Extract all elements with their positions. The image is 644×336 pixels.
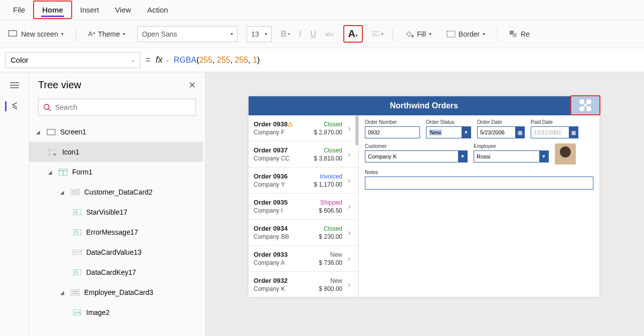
font-size-value: 13 [251,30,259,38]
datacard-icon [70,289,80,295]
new-screen-label: New screen [21,30,58,38]
value-customer: Company K [368,153,396,159]
menu-action[interactable]: Action [139,2,176,18]
collapse-icon[interactable]: ◢ [60,290,66,295]
order-list-item[interactable]: Order 0935Company IShipped$ 606.50› [249,194,358,220]
svg-point-29 [76,252,77,253]
underline-button[interactable]: U [310,30,316,39]
chevron-right-icon: › [345,254,353,263]
align-button[interactable]: ▾ [372,31,383,38]
order-amount: $ 1,170.00 [314,181,342,188]
svg-rect-31 [71,289,80,295]
theme-icon: Aᵃ [88,30,95,38]
order-list-item[interactable]: Order 0932Company KNew$ 800.00› [249,272,358,297]
chevron-down-icon: ▾ [265,31,267,37]
order-status: New [319,277,342,284]
chevron-down-icon: ▾ [123,31,125,37]
svg-rect-6 [447,31,455,37]
search-input[interactable] [55,103,190,111]
input-paid-date[interactable]: 12/31/2001▦ [531,126,578,138]
close-icon[interactable]: ✕ [188,80,196,91]
tree-body: ◢ Screen1 ♡♡+⟳ Icon1 ◢ Form1 ◢ Customer_… [29,122,205,336]
order-list-item[interactable]: Order 0936Company YInvoiced$ 1,170.00› [249,167,358,194]
tree-node-image2[interactable]: Image2 [29,302,203,322]
paint-bucket-icon [405,30,414,38]
font-family-select[interactable]: Open Sans ▾ [137,26,238,42]
font-family-value: Open Sans [142,30,177,38]
font-color-button[interactable]: A▾ [343,25,363,43]
reorder-label: Re [521,30,530,38]
collapse-icon[interactable]: ◢ [48,170,54,175]
screen-icon [46,129,56,135]
tree-label: Employee_DataCard3 [84,288,153,296]
tree-node-datacardvalue[interactable]: DataCardValue13 [29,242,203,262]
order-list-item[interactable]: Order 0938⚠Company FClosed$ 2,870.00› [249,115,358,141]
label-icon [72,209,82,215]
employee-avatar [555,143,576,164]
theme-button[interactable]: Aᵃ Theme ▾ [85,28,128,40]
formula-input[interactable]: RGBA(255, 255, 255, 1) [174,55,260,65]
order-amount: $ 2,870.00 [314,129,342,136]
rail-hamburger[interactable] [9,80,21,90]
new-screen-button[interactable]: + New screen ▾ [5,28,67,40]
order-list-item[interactable]: Order 0934Company BBClosed$ 230.00› [249,220,358,246]
strike-button[interactable]: abc [325,31,334,37]
main-area: Tree view ✕ ◢ Screen1 ♡♡+⟳ Icon1 ◢ Form1 [0,72,644,336]
italic-button[interactable]: I [299,30,301,39]
label-order-number: Order Number [365,119,420,125]
tree-node-starvisible[interactable]: StarVisible17 [29,202,203,222]
app-titlebar: Northwind Orders [249,96,599,115]
rail-tree-view[interactable] [5,101,17,111]
svg-rect-14 [47,129,55,135]
menu-insert[interactable]: Insert [72,2,107,18]
input-notes[interactable] [365,177,593,190]
tree-node-screen1[interactable]: ◢ Screen1 [29,122,203,142]
order-list[interactable]: Order 0938⚠Company FClosed$ 2,870.00›Ord… [249,115,359,297]
menu-view[interactable]: View [107,2,139,18]
fx-button[interactable]: fx⌄ [156,55,169,65]
equals-sign: = [145,55,151,65]
dropdown-icon [72,250,82,255]
order-name: Order 0937 [254,146,314,154]
tree-label: DataCardValue13 [86,248,141,256]
select-order-status[interactable]: New▼ [426,126,471,138]
order-amount: $ 3,810.00 [314,155,342,162]
tree-node-errormessage[interactable]: ErrorMessage17 [29,222,203,242]
image-icon [72,309,82,315]
separator [76,27,76,41]
reorder-button[interactable]: Re [507,28,533,40]
input-order-number[interactable]: 0932 [365,126,420,138]
tree-label: Form1 [72,168,92,176]
order-status: New [319,251,342,258]
font-size-select[interactable]: 13 ▾ [247,26,272,42]
menu-file[interactable]: File [5,2,33,18]
tree-node-icon1[interactable]: ♡♡+⟳ Icon1 [29,142,203,162]
order-list-item[interactable]: Order 0937Company CCClosed$ 3,810.00› [249,141,358,167]
select-customer[interactable]: Company K▼ [365,150,468,162]
order-name: Order 0938⚠ [254,120,314,128]
order-list-item[interactable]: Order 0933Company ANew$ 736.00› [249,246,358,272]
order-amount: $ 606.50 [319,207,342,214]
svg-point-28 [74,252,75,253]
order-name: Order 0932 [254,277,319,284]
select-employee[interactable]: Rossi▼ [474,150,549,162]
tree-node-datacardkey[interactable]: DataCardKey17 [29,262,203,282]
tree-search[interactable] [38,99,196,116]
input-order-date[interactable]: 5/23/2006▦ [477,126,525,138]
svg-rect-0 [9,31,17,36]
tree-node-form1[interactable]: ◢ Form1 [29,162,203,182]
chevron-down-icon: ▾ [231,31,233,37]
bold-button[interactable]: B▾ [281,30,290,39]
order-name: Order 0934 [254,225,319,232]
tree-node-customer-datacard[interactable]: ◢ Customer_DataCard2 [29,182,203,202]
collapse-icon[interactable]: ◢ [60,190,66,195]
selected-icon-control[interactable] [570,95,600,115]
fill-button[interactable]: Fill ▾ [402,28,435,40]
collapse-icon[interactable]: ◢ [36,129,42,135]
order-amount: $ 230.00 [319,233,342,240]
tree-node-employee-datacard[interactable]: ◢ Employee_DataCard3 [29,282,203,302]
canvas[interactable]: Northwind Orders Order 0938⚠Company FClo… [205,72,644,336]
border-button[interactable]: Border ▾ [444,28,488,40]
property-select[interactable]: Color ⌄ [5,52,140,68]
menu-home[interactable]: Home [33,1,72,19]
